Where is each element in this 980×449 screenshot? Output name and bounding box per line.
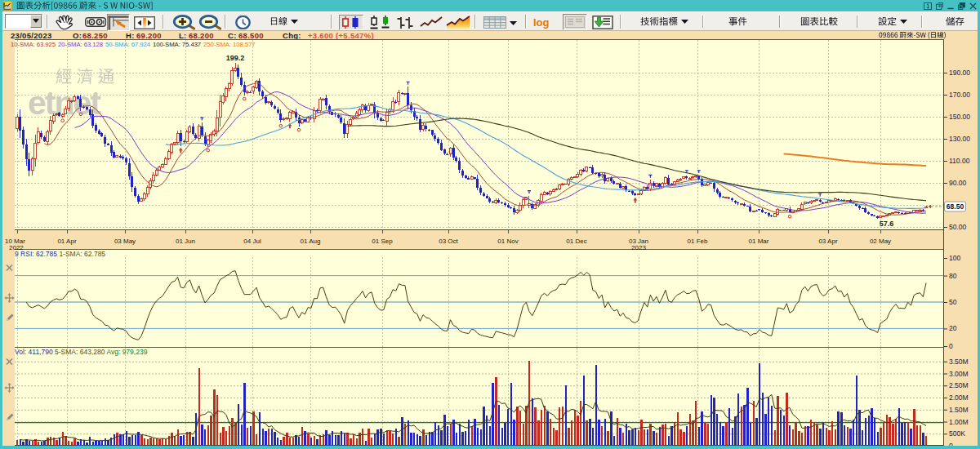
svg-text:etnet: etnet [28, 84, 101, 122]
grid-button[interactable] [483, 16, 507, 29]
chevron-down-icon [33, 19, 39, 23]
split-view-button[interactable] [133, 16, 156, 29]
channel-icon[interactable] [924, 2, 932, 10]
export-icon [592, 16, 613, 29]
volume-label: Vol: 411,790 5-SMA: 643,280 Avg: 979,239 [15, 348, 147, 355]
sma20-label: 20-SMA: [58, 41, 82, 48]
sma10-value: 63.925 [37, 41, 56, 48]
svg-text:01 Nov: 01 Nov [497, 238, 518, 245]
snapshot-button[interactable] [84, 16, 107, 28]
svg-text:01 Apr: 01 Apr [57, 238, 76, 245]
chevron-down-icon [291, 20, 298, 24]
rsi-label: 9 RSI: 62.785 1-SMA: 62.785 [15, 250, 105, 257]
clock-icon [235, 16, 251, 29]
toolbar-separator [163, 15, 163, 29]
svg-text:02 May: 02 May [870, 238, 891, 245]
svg-text:199.2: 199.2 [226, 54, 245, 62]
svg-text:3.00M: 3.00M [949, 370, 969, 378]
zoom-out-button[interactable] [198, 15, 223, 30]
sma100-legend: 100-SMA: 75.437 [153, 41, 201, 48]
svg-text:170.00: 170.00 [949, 91, 970, 99]
svg-text:100: 100 [949, 254, 960, 262]
sma50-legend: 50-SMA: 67.924 [105, 41, 150, 48]
sma250-legend: 250-SMA: 108.577 [203, 41, 255, 48]
area-style-button[interactable] [445, 15, 471, 30]
combobox-dropdown-button[interactable] [30, 15, 42, 28]
svg-text:01 Dec: 01 Dec [566, 238, 586, 245]
ohlc-style-button[interactable] [394, 15, 416, 30]
zoom-out-icon [198, 15, 223, 30]
chevron-down-icon [510, 21, 517, 25]
svg-text:0: 0 [949, 442, 953, 446]
vol-sma-name: 5-SMA: 643,280 [55, 348, 105, 356]
svg-text:2023: 2023 [631, 244, 646, 251]
toolbar-separator [474, 15, 475, 29]
restore-small-icon[interactable] [936, 2, 943, 10]
candle-style-button[interactable] [339, 15, 363, 30]
sma50-label: 50-SMA: [105, 41, 130, 48]
svg-text:90.00: 90.00 [949, 179, 967, 187]
ohlc-bars-icon [396, 16, 414, 29]
area-chart-icon [446, 16, 470, 29]
svg-text:2.50M: 2.50M [949, 381, 969, 389]
grid-dropdown-button[interactable] [507, 20, 519, 26]
toolbar-separator [525, 15, 526, 29]
green-candle-icon [369, 16, 392, 29]
split-view-icon [134, 16, 155, 29]
sma-legend: 10-SMA: 63.92520-SMA: 63.12850-SMA: 67.9… [11, 41, 258, 48]
grid-icon [483, 16, 506, 29]
zoom-in-button[interactable] [172, 15, 197, 30]
svg-text:80: 80 [949, 272, 957, 280]
svg-text:110.00: 110.00 [949, 157, 970, 165]
data-table-button-disabled [563, 14, 587, 30]
symbol-combobox[interactable] [5, 14, 42, 29]
export-button[interactable] [590, 14, 615, 30]
svg-text:03 May: 03 May [114, 238, 136, 245]
sma250-value: 108.577 [233, 41, 255, 48]
sma10-label: 10-SMA: [11, 41, 35, 48]
svg-text:0: 0 [949, 342, 953, 350]
menu-events[interactable] [728, 15, 747, 29]
menu-indicators[interactable] [640, 15, 688, 29]
menu-separator [857, 16, 858, 28]
menu-compare[interactable] [800, 15, 838, 29]
menu-separator [921, 16, 922, 28]
sma50-value: 67.924 [131, 41, 150, 48]
svg-text:190.00: 190.00 [949, 69, 970, 77]
line-style-button[interactable] [419, 16, 443, 29]
close-icon[interactable] [969, 2, 977, 10]
sma20-legend: 20-SMA: 63.128 [58, 41, 103, 48]
minimize-icon[interactable] [947, 2, 954, 10]
rsi-name: 9 RSI: 62.785 [15, 250, 57, 258]
toolbar: log [2, 11, 978, 31]
vol-name: Vol: 411,790 [15, 348, 53, 356]
svg-text:50.00: 50.00 [949, 223, 967, 231]
crosshair-button[interactable] [107, 14, 130, 31]
menu-save[interactable] [946, 15, 964, 29]
toolbar-separator [47, 15, 47, 29]
us-candle-style-button[interactable] [368, 15, 393, 30]
svg-text:2.00M: 2.00M [949, 393, 969, 402]
chart-pointer-icon [108, 15, 129, 30]
sma100-value: 75.437 [182, 41, 201, 48]
interval-dropdown[interactable] [270, 15, 298, 29]
pan-button[interactable] [53, 14, 79, 30]
history-button[interactable] [234, 16, 251, 29]
menu-separator [779, 16, 780, 28]
toolbar-separator [331, 15, 332, 29]
svg-text:68.50: 68.50 [947, 202, 964, 211]
toolbar-separator [225, 15, 225, 29]
svg-text:03 Apr: 03 Apr [818, 238, 837, 245]
svg-text:57.6: 57.6 [880, 220, 894, 228]
line-chart-icon [420, 16, 443, 29]
hand-icon [54, 15, 78, 30]
log-scale-button[interactable]: log [533, 16, 559, 29]
menu-settings[interactable] [878, 15, 907, 29]
title-bar [0, 0, 980, 11]
chart-line-icon [3, 2, 11, 10]
maximize-icon[interactable] [958, 2, 965, 10]
svg-text:3.50M: 3.50M [949, 358, 969, 366]
svg-text:1.50M: 1.50M [949, 406, 969, 414]
sma20-value: 63.128 [84, 41, 103, 48]
chart-canvas[interactable]: etnet190.00170.00150.00130.00110.0090.00… [2, 39, 978, 446]
